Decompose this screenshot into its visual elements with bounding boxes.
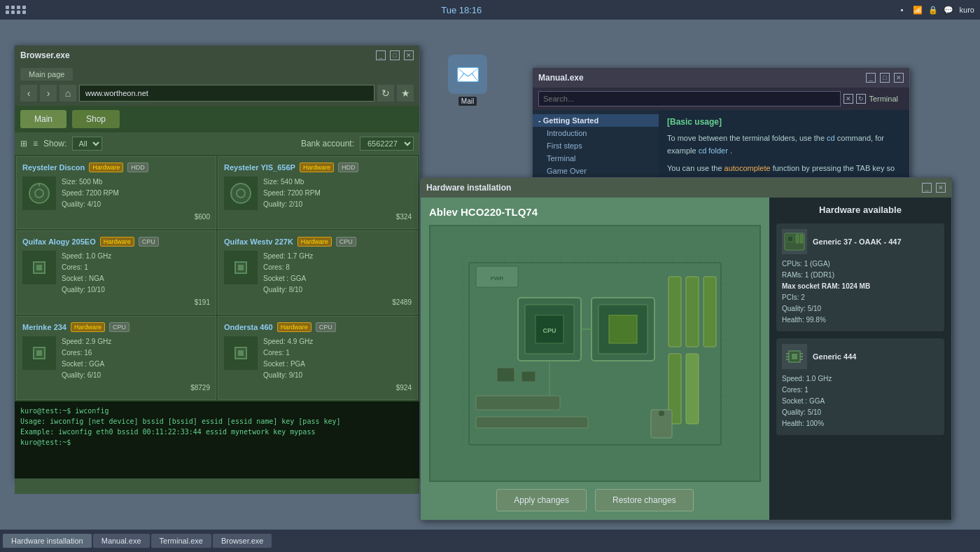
- svg-rect-43: [792, 354, 797, 359]
- desktop: ✉️ Mail Browser.exe _ □ ✕ Main page ‹ › …: [0, 20, 980, 532]
- product-card-0[interactable]: Reysteler Discon Hardware HDD Size: 500 …: [16, 156, 216, 229]
- product-icon-4: [22, 336, 56, 370]
- motherboard-svg: PWR CPU: [462, 256, 728, 452]
- browser-titlebar: Browser.exe _ □ ✕: [15, 46, 419, 65]
- product-card-1[interactable]: Reysteler YIS_656P Hardware HDD Size: 54…: [218, 156, 418, 229]
- taskbar-item-browser[interactable]: Browser.exe: [213, 534, 272, 548]
- manual-content-title: [Basic usage]: [667, 117, 901, 127]
- sidebar-item-game-over[interactable]: Game Over: [533, 165, 659, 177]
- svg-rect-24: [609, 315, 637, 343]
- svg-rect-25: [668, 277, 681, 347]
- show-label: Show:: [43, 139, 66, 149]
- svg-rect-8: [238, 265, 244, 270]
- hardware-minimize-btn[interactable]: _: [922, 183, 932, 193]
- svg-rect-12: [238, 350, 244, 356]
- svg-point-3: [231, 184, 251, 203]
- browser-maximize-btn[interactable]: □: [390, 50, 400, 60]
- manual-close-btn[interactable]: ✕: [894, 73, 904, 83]
- top-taskbar: Tue 18:16 ▪️ 📶 🔒 💬 kuro: [0, 0, 980, 20]
- hardware-window: Hardware installation _ ✕ Ablev HCO220-T…: [420, 177, 952, 520]
- product-card-4[interactable]: Merinke 234 Hardware CPU Speed: 2.9 GHz …: [16, 316, 216, 400]
- manual-toolbar: ✕ ↻ Terminal: [533, 88, 909, 110]
- main-nav-btn[interactable]: Main: [20, 110, 66, 128]
- product-name-0: Reysteler Discon: [22, 163, 85, 172]
- hw-sidebar-title: Hardware available: [776, 205, 944, 215]
- hardware-titlebar: Hardware installation _ ✕: [421, 178, 951, 198]
- hardware-sidebar: Hardware available Generic 37 - OAAK - 4…: [769, 198, 951, 520]
- bank-amount-select[interactable]: 6562227: [360, 137, 414, 151]
- grid-view-icon[interactable]: ⊞: [20, 139, 27, 149]
- tag-cpu-5: CPU: [316, 322, 336, 332]
- svg-rect-34: [497, 368, 514, 382]
- svg-rect-39: [788, 236, 793, 242]
- restore-changes-btn[interactable]: Restore changes: [595, 489, 694, 511]
- forward-button[interactable]: ›: [40, 85, 57, 102]
- terminal-section: kuro@test:~$ iwconfig Usage: iwconfig [n…: [15, 401, 419, 478]
- sidebar-item-introduction[interactable]: Introduction: [533, 127, 659, 139]
- sidebar-item-getting-started[interactable]: - Getting Started: [533, 114, 659, 127]
- hw-item-1[interactable]: Generic 444 Speed: 1.0 GHz Cores: 1 Sock…: [776, 338, 944, 435]
- bookmark-button[interactable]: ★: [397, 85, 414, 102]
- product-card-3[interactable]: Quifax Westv 227K Hardware CPU Speed: 1.…: [218, 230, 418, 315]
- product-icon-5: [224, 336, 258, 370]
- hw-item-1-header: Generic 444: [782, 344, 939, 369]
- tag-cpu-2: CPU: [139, 237, 159, 247]
- product-name-5: Ondersta 460: [224, 323, 273, 331]
- tag-hardware-2: Hardware: [100, 237, 134, 247]
- mail-icon: ✉️: [448, 55, 487, 94]
- clock: Tue 18:16: [441, 5, 482, 15]
- hardware-close-btn[interactable]: ✕: [936, 183, 946, 193]
- hw-item-1-details: Speed: 1.0 GHz Cores: 1 Socket : GGA Qua…: [782, 373, 939, 429]
- taskbar-right: ▪️ 📶 🔒 💬 kuro: [897, 4, 974, 15]
- mail-icon-label: Mail: [458, 97, 477, 106]
- browser-tab-bar: Main page: [15, 65, 419, 81]
- product-icon-0: [22, 177, 56, 210]
- taskbar-item-hardware[interactable]: Hardware installation: [3, 534, 92, 548]
- tag-cpu-3: CPU: [336, 237, 356, 247]
- sidebar-item-terminal[interactable]: Terminal: [533, 152, 659, 165]
- manual-search-clear-btn[interactable]: ✕: [844, 94, 853, 104]
- terminal-line3: Example: iwconfig eth0 bssid 00:11:22:33…: [20, 427, 414, 437]
- taskbar-item-manual[interactable]: Manual.exe: [93, 534, 150, 548]
- list-view-icon[interactable]: ≡: [33, 139, 38, 149]
- svg-rect-6: [36, 265, 42, 270]
- main-page-tab[interactable]: Main page: [20, 68, 73, 81]
- manual-minimize-btn[interactable]: _: [866, 73, 876, 83]
- product-details-2: Speed: 1.0 GHz Cores: 1 Socket : NGA Qua…: [62, 251, 210, 308]
- browser-minimize-btn[interactable]: _: [376, 50, 386, 60]
- mail-desktop-icon[interactable]: ✉️ Mail: [448, 55, 487, 106]
- manual-search-input[interactable]: [538, 91, 841, 106]
- hardware-body: Ablev HCO220-TLQ74: [421, 198, 951, 520]
- product-icon-1: [224, 177, 258, 210]
- svg-rect-29: [686, 354, 699, 424]
- product-card-5[interactable]: Ondersta 460 Hardware CPU Speed: 4.9 GHz…: [218, 316, 418, 400]
- svg-point-33: [659, 410, 664, 416]
- product-card-2[interactable]: Quifax Alogy 205EO Hardware CPU Speed: 1…: [16, 230, 216, 315]
- hardware-main: Ablev HCO220-TLQ74: [421, 198, 769, 520]
- refresh-button[interactable]: ↻: [377, 85, 394, 102]
- home-button[interactable]: ⌂: [59, 85, 76, 102]
- product-details-0: Size: 500 Mb Speed: 7200 RPM Quality: 4/…: [62, 177, 210, 223]
- tag-hardware-4: Hardware: [71, 322, 105, 332]
- hw-item-0[interactable]: Generic 37 - OAAK - 447 CPUs: 1 (GGA) RA…: [776, 223, 944, 331]
- svg-rect-27: [704, 277, 716, 347]
- shop-nav-btn[interactable]: Shop: [72, 110, 120, 128]
- sidebar-item-first-steps[interactable]: First steps: [533, 139, 659, 152]
- show-filter-select[interactable]: All: [72, 137, 102, 151]
- product-name-1: Reysteler YIS_656P: [224, 163, 295, 172]
- manual-titlebar: Manual.exe _ □ ✕: [533, 68, 909, 88]
- wifi-icon: 📶: [912, 4, 923, 15]
- product-icon-3: [224, 251, 258, 284]
- product-name-3: Quifax Westv 227K: [224, 237, 293, 246]
- apply-changes-btn[interactable]: Apply changes: [496, 489, 587, 511]
- back-button[interactable]: ‹: [20, 85, 37, 102]
- address-bar[interactable]: [79, 85, 374, 102]
- manual-maximize-btn[interactable]: □: [880, 73, 890, 83]
- browser-close-btn[interactable]: ✕: [404, 50, 414, 60]
- tag-hardware-0: Hardware: [89, 163, 123, 172]
- manual-refresh-btn[interactable]: ↻: [856, 94, 866, 104]
- hw-item-1-icon: [782, 344, 807, 369]
- app-grid[interactable]: [6, 6, 27, 14]
- svg-rect-30: [476, 396, 560, 410]
- taskbar-item-terminal[interactable]: Terminal.exe: [151, 534, 211, 548]
